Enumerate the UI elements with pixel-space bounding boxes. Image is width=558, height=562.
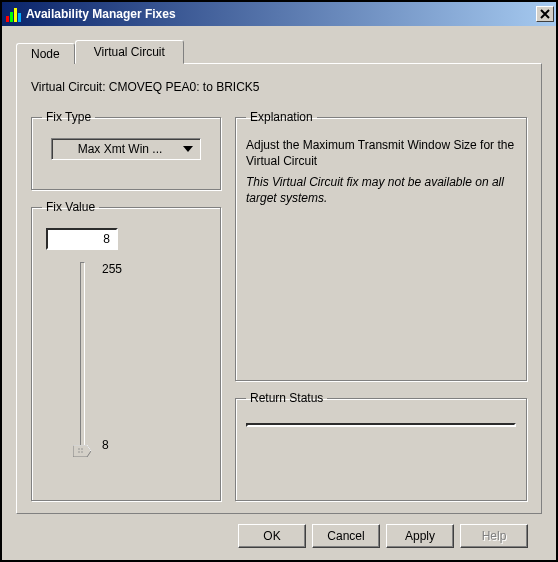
explanation-group: Explanation Adjust the Maximum Transmit … (235, 110, 527, 381)
titlebar: Availability Manager Fixes (2, 2, 556, 26)
fix-value-input[interactable] (46, 228, 118, 250)
ok-button[interactable]: OK (238, 524, 306, 548)
apply-button[interactable]: Apply (386, 524, 454, 548)
button-row: OK Cancel Apply Help (16, 514, 542, 552)
return-status-group: Return Status (235, 391, 527, 501)
return-status-legend: Return Status (246, 391, 327, 405)
explanation-line1: Adjust the Maximum Transmit Window Size … (246, 138, 516, 169)
cancel-button[interactable]: Cancel (312, 524, 380, 548)
fix-type-dropdown[interactable]: Max Xmt Win ... (51, 138, 201, 160)
fix-value-group: Fix Value (31, 200, 221, 501)
svg-point-0 (78, 448, 79, 449)
slider-thumb-icon[interactable] (73, 445, 91, 457)
svg-point-2 (78, 451, 79, 452)
tab-virtual-circuit[interactable]: Virtual Circuit (75, 40, 184, 64)
chevron-down-icon (180, 141, 196, 157)
virtual-circuit-label: Virtual Circuit: CMOVEQ PEA0: to BRICK5 (31, 80, 527, 94)
tab-node[interactable]: Node (16, 43, 75, 64)
close-button[interactable] (536, 6, 554, 22)
window: Availability Manager Fixes Node Virtual … (0, 0, 558, 562)
explanation-line2: This Virtual Circuit fix may not be avai… (246, 175, 516, 206)
explanation-legend: Explanation (246, 110, 317, 124)
svg-point-1 (81, 448, 82, 449)
fix-value-slider[interactable] (72, 262, 92, 452)
fix-value-legend: Fix Value (42, 200, 99, 214)
return-status-box (246, 423, 516, 427)
window-title: Availability Manager Fixes (26, 7, 176, 21)
close-icon (540, 9, 550, 19)
fix-type-legend: Fix Type (42, 110, 95, 124)
tab-bar: Node Virtual Circuit (16, 40, 542, 64)
content-area: Node Virtual Circuit Virtual Circuit: CM… (2, 26, 556, 560)
app-icon (6, 6, 22, 22)
slider-max-label: 255 (102, 262, 122, 276)
slider-min-label: 8 (102, 438, 122, 452)
help-button: Help (460, 524, 528, 548)
fix-type-selected: Max Xmt Win ... (60, 142, 180, 156)
slider-labels: 255 8 (102, 262, 122, 452)
fix-type-group: Fix Type Max Xmt Win ... (31, 110, 221, 190)
tab-panel: Virtual Circuit: CMOVEQ PEA0: to BRICK5 … (16, 63, 542, 514)
svg-point-3 (81, 451, 82, 452)
